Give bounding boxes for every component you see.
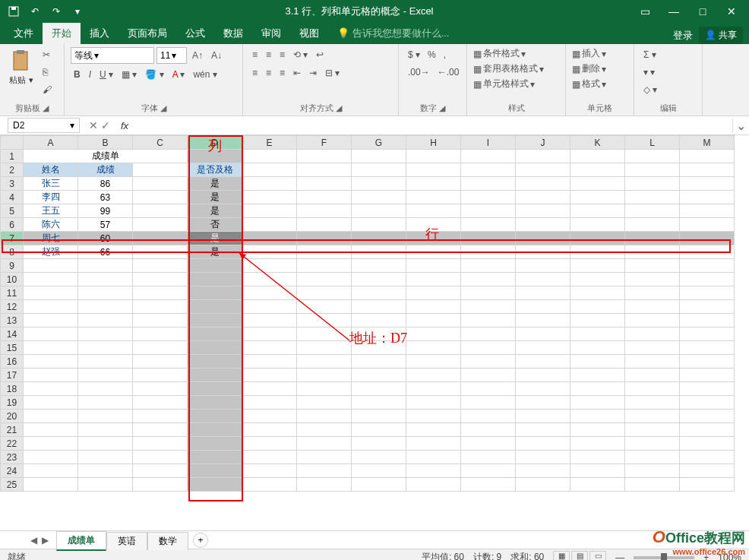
- row-header-2[interactable]: 2: [1, 163, 24, 177]
- cell-F22[interactable]: [297, 437, 352, 451]
- cell-H4[interactable]: [406, 191, 461, 204]
- orientation-icon[interactable]: ⟲ ▾: [290, 47, 311, 62]
- cell-J15[interactable]: [516, 341, 570, 355]
- cell-E18[interactable]: [242, 382, 297, 396]
- cell-I3[interactable]: [461, 177, 516, 191]
- cell-M1[interactable]: [680, 150, 735, 163]
- cell-H3[interactable]: [406, 177, 461, 191]
- cell-A22[interactable]: [24, 437, 78, 451]
- cell-E22[interactable]: [242, 437, 297, 451]
- column-header-A[interactable]: A: [24, 136, 78, 150]
- cell-B12[interactable]: [78, 300, 133, 314]
- cell-J22[interactable]: [516, 437, 570, 451]
- row-header-24[interactable]: 24: [1, 464, 24, 478]
- cell-B23[interactable]: [78, 451, 133, 464]
- cell-M20[interactable]: [680, 410, 735, 423]
- cell-C25[interactable]: [133, 478, 188, 492]
- cell-A21[interactable]: [24, 423, 78, 437]
- cell-C16[interactable]: [133, 355, 188, 369]
- cell-K13[interactable]: [570, 314, 625, 327]
- cell-K2[interactable]: [570, 163, 625, 177]
- cell-K11[interactable]: [570, 286, 625, 300]
- cell-J1[interactable]: [516, 150, 570, 163]
- column-header-C[interactable]: C: [133, 136, 188, 150]
- cell-M17[interactable]: [680, 369, 735, 382]
- cond-format-button[interactable]: ▦ 条件格式 ▾: [473, 47, 559, 60]
- cell-I5[interactable]: [461, 204, 516, 218]
- cell-C21[interactable]: [133, 423, 188, 437]
- cell-F5[interactable]: [297, 204, 352, 218]
- cell-F16[interactable]: [297, 355, 352, 369]
- cell-D9[interactable]: [188, 259, 242, 273]
- cell-H24[interactable]: [406, 464, 461, 478]
- cell-E25[interactable]: [242, 478, 297, 492]
- cell-D17[interactable]: [188, 369, 242, 382]
- ribbon-options-icon[interactable]: ▭: [634, 5, 656, 17]
- cell-F1[interactable]: [297, 150, 352, 163]
- cell-J3[interactable]: [516, 177, 570, 191]
- delete-cell-button[interactable]: ▦ 删除 ▾: [572, 62, 627, 75]
- cell-F9[interactable]: [297, 259, 352, 273]
- view-normal-icon[interactable]: ▦: [553, 551, 570, 561]
- cell-M18[interactable]: [680, 382, 735, 396]
- align-right-icon[interactable]: ≡: [277, 65, 288, 81]
- cell-H2[interactable]: [406, 163, 461, 177]
- cell-L5[interactable]: [625, 204, 680, 218]
- cell-A11[interactable]: [24, 286, 78, 300]
- cell-L13[interactable]: [625, 314, 680, 327]
- cell-L11[interactable]: [625, 286, 680, 300]
- cell-E5[interactable]: [242, 204, 297, 218]
- cell-D25[interactable]: [188, 478, 242, 492]
- merge-button[interactable]: ⊟ ▾: [322, 65, 343, 81]
- cell-E11[interactable]: [242, 286, 297, 300]
- cell-K19[interactable]: [570, 396, 625, 410]
- cell-I22[interactable]: [461, 437, 516, 451]
- formula-input[interactable]: [133, 118, 732, 133]
- tab-insert[interactable]: 插入: [81, 23, 119, 44]
- cell-A15[interactable]: [24, 341, 78, 355]
- cell[interactable]: 成绩单: [24, 150, 188, 163]
- font-color-button[interactable]: A ▾: [169, 67, 188, 82]
- cell-A8[interactable]: 赵强: [24, 245, 78, 259]
- wrap-text-icon[interactable]: ↩: [313, 47, 327, 62]
- cell-L17[interactable]: [625, 369, 680, 382]
- cell-I21[interactable]: [461, 423, 516, 437]
- align-bottom-icon[interactable]: ≡: [277, 47, 288, 62]
- row-header-15[interactable]: 15: [1, 341, 24, 355]
- cell-H15[interactable]: [406, 341, 461, 355]
- cell-J19[interactable]: [516, 396, 570, 410]
- column-header-G[interactable]: G: [352, 136, 406, 150]
- tab-formulas[interactable]: 公式: [176, 23, 214, 44]
- cell-D5[interactable]: 是: [188, 204, 242, 218]
- cell-L21[interactable]: [625, 423, 680, 437]
- chevron-down-icon[interactable]: ▾: [70, 120, 74, 131]
- row-header-17[interactable]: 17: [1, 369, 24, 382]
- cell-I16[interactable]: [461, 355, 516, 369]
- cell-F13[interactable]: [297, 314, 352, 327]
- cell-B24[interactable]: [78, 464, 133, 478]
- tab-home[interactable]: 开始: [43, 23, 81, 44]
- cell-M22[interactable]: [680, 437, 735, 451]
- cell-A12[interactable]: [24, 300, 78, 314]
- redo-icon[interactable]: ↷: [47, 2, 65, 21]
- cell-K22[interactable]: [570, 437, 625, 451]
- cell-E8[interactable]: [242, 245, 297, 259]
- cell-E7[interactable]: [242, 232, 297, 245]
- cell-M6[interactable]: [680, 218, 735, 232]
- border-button[interactable]: ▦ ▾: [119, 67, 140, 82]
- select-all-corner[interactable]: [1, 136, 24, 150]
- cell-C22[interactable]: [133, 437, 188, 451]
- cell-B8[interactable]: 66: [78, 245, 133, 259]
- cell-L25[interactable]: [625, 478, 680, 492]
- cell-G4[interactable]: [352, 191, 406, 204]
- cell-F17[interactable]: [297, 369, 352, 382]
- cell-G5[interactable]: [352, 204, 406, 218]
- align-center-icon[interactable]: ≡: [263, 65, 274, 81]
- cell-I25[interactable]: [461, 478, 516, 492]
- sheet-nav-next-icon[interactable]: ▶: [42, 535, 49, 546]
- cell-I10[interactable]: [461, 273, 516, 286]
- sheet-tab-2[interactable]: 英语: [106, 532, 147, 550]
- cell-F21[interactable]: [297, 423, 352, 437]
- cell-E13[interactable]: [242, 314, 297, 327]
- share-button[interactable]: 👤 共享: [699, 27, 743, 44]
